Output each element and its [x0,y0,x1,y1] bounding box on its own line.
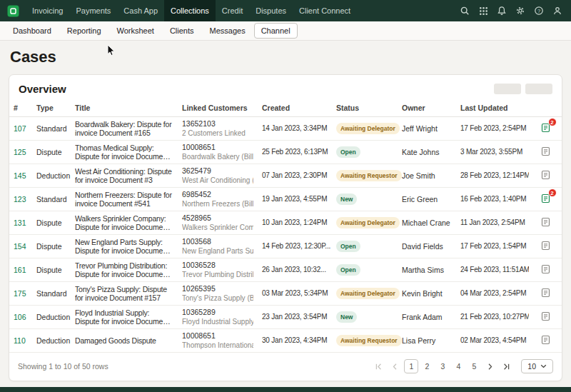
case-type-cell: Deduction [32,306,71,329]
notes-cell [529,164,562,188]
case-id-link[interactable]: 106 [14,313,26,321]
page-title: Cases [10,48,561,66]
tab-channel[interactable]: Channel [254,23,298,39]
next-page-button[interactable] [482,359,497,373]
notes-icon[interactable] [540,146,552,159]
case-id-link[interactable]: 107 [14,124,26,133]
status-cell: Open [332,141,398,164]
tab-worksheet[interactable]: Worksheet [110,23,161,39]
linked-customers-cell: 10365289 Floyd Industrial Supply (... [178,306,258,329]
linked-customers-cell: 13652103 2 Customers Linked [178,117,258,141]
notes-icon[interactable] [540,287,552,301]
updated-cell: 17 Feb 2023, 1:54PM [456,235,529,258]
table-row[interactable]: 145 Deduction West Air Conditioning: Dis… [9,164,562,188]
status-cell: Open [332,235,398,258]
search-icon[interactable] [457,3,473,19]
topnav-item-credit[interactable]: Credit [216,0,249,21]
page-button-1[interactable]: 1 [404,359,418,373]
first-page-icon [375,363,383,371]
table-row[interactable]: 106 Deduction Floyd Industrial Supply: D… [9,306,562,329]
notes-icon[interactable] [540,240,552,253]
created-cell: 23 Jan 2023, 3:54PM [258,306,332,329]
chevron-down-icon [540,364,547,368]
case-id-link[interactable]: 110 [14,336,26,345]
updated-cell: 11 Jan 2023, 2:54PM [456,211,529,235]
help-icon[interactable]: ? [531,3,547,19]
settings-gear-icon[interactable] [512,3,528,19]
previous-page-button[interactable] [388,359,403,373]
notes-icon[interactable] [540,169,552,183]
table-row[interactable]: 125 Dispute Thomas Medical Supply: Dispu… [9,141,562,164]
first-page-button[interactable] [371,359,386,373]
case-type-cell: Dispute [32,258,71,282]
table-row[interactable]: 110 Deduction Damaged Goods Dispute 1000… [9,329,562,353]
notes-icon[interactable]: 2 [540,122,552,136]
column-header-linked-customers: Linked Customers [178,100,258,117]
tab-dashboard[interactable]: Dashboard [6,23,59,39]
table-row[interactable]: 123 Standard Northern Freezers: Dispute … [9,188,562,211]
page-size-value: 10 [527,362,536,371]
status-badge: Open [336,264,360,276]
table-row[interactable]: 161 Dispute Trevor Plumbing Distribution… [9,258,562,282]
page-button-2[interactable]: 2 [420,359,434,373]
owner-cell: Kate Johns [398,141,456,164]
page-size-dropdown[interactable]: 10 [521,359,553,373]
app-logo[interactable] [0,0,26,21]
owner-cell: Frank Adam [398,306,456,329]
case-id-link[interactable]: 131 [14,218,26,227]
notes-icon[interactable] [540,216,552,230]
tab-messages[interactable]: Messages [203,23,253,39]
case-id-link[interactable]: 175 [14,289,26,298]
created-cell: 26 Jan 2023, 10:32... [258,258,332,282]
topnav-item-collections[interactable]: Collections [164,0,216,21]
notes-icon[interactable] [540,334,552,348]
case-title-cell: Trevor Plumbing Distribution: Dispute fo… [71,258,178,282]
notes-icon[interactable] [540,263,552,277]
page-button-4[interactable]: 4 [451,359,465,373]
topnav-item-client-connect[interactable]: Client Connect [293,0,357,21]
created-cell: 14 Jan 2023, 3:34PM [258,117,332,141]
bottom-bar [0,387,571,392]
page-button-3[interactable]: 3 [435,359,450,373]
owner-cell: Eric Green [398,188,456,211]
table-row[interactable]: 131 Dispute Walkers Sprinkler Company: D… [9,211,562,235]
notifications-bell-icon[interactable] [494,3,510,19]
overview-action-button-1[interactable] [494,84,521,94]
table-row[interactable]: 107 Standard Boardwalk Bakery: Dispute f… [9,117,562,141]
account-icon[interactable] [550,3,565,19]
case-id-link[interactable]: 125 [14,148,26,156]
table-row[interactable]: 175 Standard Tony's Pizza Supply: Disput… [9,282,562,306]
last-page-button[interactable] [499,359,514,373]
topnav-item-cash-app[interactable]: Cash App [117,0,164,21]
created-cell: 19 Jan 2023, 4:55PM [258,188,332,211]
notes-icon[interactable]: 2 [540,193,552,206]
topnav-item-invoicing[interactable]: Invoicing [26,0,69,21]
tab-clients[interactable]: Clients [163,23,201,39]
notes-cell [529,306,562,329]
apps-grid-icon[interactable] [475,3,491,19]
cases-table: # Type Title Linked Customers Created St… [9,100,562,353]
table-row[interactable]: 154 Dispute New England Parts Supply: Di… [9,235,562,258]
case-id-link[interactable]: 154 [14,242,26,251]
page-button-5[interactable]: 5 [467,359,481,373]
status-cell: Awaiting Delegator [332,282,398,306]
notes-cell [529,258,562,282]
notes-icon[interactable] [540,311,552,324]
table-footer: Showing 1 to 10 of 50 rows 12345 10 [9,353,562,381]
linked-customers-cell: 6985452 Northern Freezers (Billt... [178,188,258,211]
tab-reporting[interactable]: Reporting [60,23,108,39]
rows-summary: Showing 1 to 10 of 50 rows [18,362,108,371]
updated-cell: 24 Feb 2023, 11:51AM [456,258,529,282]
topnav-item-disputes[interactable]: Disputes [249,0,293,21]
case-id-link[interactable]: 145 [14,171,26,180]
case-id-link[interactable]: 161 [14,266,26,274]
case-title-cell: Boardwalk Bakery: Dispute for invoice Do… [71,117,178,141]
topnav-item-payments[interactable]: Payments [69,0,117,21]
owner-cell: Lisa Perry [398,329,456,353]
overview-action-button-2[interactable] [525,84,552,94]
next-page-icon [486,363,494,371]
case-title-cell: Damaged Goods Dispute [71,329,178,353]
linked-customers-cell: 1003568 New England Parts Sup... [178,235,258,258]
case-id-link[interactable]: 123 [14,195,26,203]
notes-cell [529,235,562,258]
